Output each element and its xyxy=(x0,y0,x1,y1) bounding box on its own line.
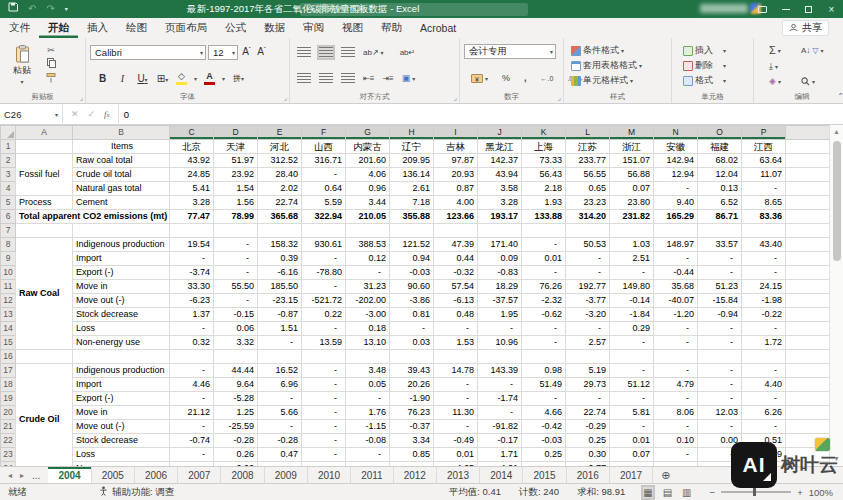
cell[interactable]: -0.94 xyxy=(698,308,742,322)
cell[interactable]: -0.17 xyxy=(478,434,522,448)
cell[interactable] xyxy=(258,350,302,364)
cell[interactable]: - xyxy=(214,266,258,280)
column-header-J[interactable]: J xyxy=(478,126,522,140)
cell[interactable]: -40.07 xyxy=(654,294,698,308)
cell[interactable]: 3.48 xyxy=(346,364,390,378)
cell[interactable] xyxy=(214,224,258,238)
cell[interactable]: 1.37 xyxy=(170,308,214,322)
spreadsheet-grid[interactable]: ABCDEFGHIJKLMNOP1Items北京天津河北山西内蒙古辽宁吉林黑龙江… xyxy=(0,125,829,466)
fill-icon[interactable]: ⤓▾ xyxy=(766,60,784,73)
cell[interactable]: 233.77 xyxy=(566,154,610,168)
column-header-M[interactable]: M xyxy=(610,126,654,140)
cell[interactable]: -1.74 xyxy=(478,392,522,406)
cell[interactable] xyxy=(170,224,214,238)
cell[interactable] xyxy=(742,350,786,364)
zoom-out-icon[interactable]: − xyxy=(710,487,716,498)
cell[interactable] xyxy=(390,224,434,238)
cell[interactable]: 56.55 xyxy=(566,168,610,182)
cell[interactable]: 0.22 xyxy=(302,308,346,322)
cell[interactable]: 19.54 xyxy=(170,238,214,252)
copy-icon[interactable] xyxy=(44,58,58,70)
cell-category[interactable]: Crude Oil xyxy=(16,364,73,467)
cell[interactable]: -0.42 xyxy=(522,420,566,434)
cell-item-label[interactable]: Cement xyxy=(73,196,170,210)
cell-partial[interactable] xyxy=(786,294,830,308)
cell[interactable]: - xyxy=(698,252,742,266)
sheet-tab-2012[interactable]: 2012 xyxy=(394,467,437,483)
cell[interactable]: - xyxy=(214,238,258,252)
cell[interactable]: - xyxy=(654,420,698,434)
row-header-23[interactable]: 23 xyxy=(1,448,16,462)
cell-partial[interactable] xyxy=(786,322,830,336)
cell[interactable]: 151.07 xyxy=(610,154,654,168)
cell[interactable]: 16.52 xyxy=(258,364,302,378)
cell-item-label[interactable]: Raw coal total xyxy=(73,154,170,168)
cell[interactable]: 3.28 xyxy=(478,196,522,210)
cell[interactable]: -3.20 xyxy=(566,308,610,322)
save-icon[interactable] xyxy=(8,0,18,18)
clear-icon[interactable]: ◈▾ xyxy=(766,75,784,87)
sheet-tab-2013[interactable]: 2013 xyxy=(437,467,480,483)
cell-partial[interactable] xyxy=(786,266,830,280)
cell[interactable]: 2.61 xyxy=(390,182,434,196)
sheet-tab-2014[interactable]: 2014 xyxy=(480,467,523,483)
cell[interactable]: - xyxy=(654,322,698,336)
cell[interactable]: 0.07 xyxy=(610,448,654,462)
cell[interactable]: 39.43 xyxy=(390,364,434,378)
cell[interactable]: 322.94 xyxy=(302,210,346,224)
cell[interactable]: 0.94 xyxy=(390,252,434,266)
cell[interactable]: -1.15 xyxy=(346,420,390,434)
cell[interactable]: 63.64 xyxy=(742,154,786,168)
cell-partial[interactable] xyxy=(786,140,830,154)
sheet-tab-2011[interactable]: 2011 xyxy=(351,467,394,483)
wrap-text-icon[interactable]: ab↵ xyxy=(397,47,419,58)
cell[interactable]: 6.52 xyxy=(698,196,742,210)
cell[interactable]: -3.77 xyxy=(566,294,610,308)
cell[interactable]: - xyxy=(610,266,654,280)
cell[interactable]: - xyxy=(522,336,566,350)
collapse-ribbon-icon[interactable]: ⌃ xyxy=(837,92,843,101)
borders-icon[interactable]: ⊞▾ xyxy=(156,73,169,84)
cell[interactable]: 68.02 xyxy=(698,154,742,168)
cell[interactable]: 1.93 xyxy=(522,196,566,210)
cell[interactable]: - xyxy=(478,406,522,420)
cell-partial[interactable] xyxy=(786,378,830,392)
cell[interactable]: 0.30 xyxy=(566,448,610,462)
cell[interactable]: -2.32 xyxy=(522,294,566,308)
cell[interactable]: -0.74 xyxy=(170,434,214,448)
sheet-tab-2016[interactable]: 2016 xyxy=(567,467,610,483)
cell[interactable]: 312.52 xyxy=(258,154,302,168)
row-header-12[interactable]: 12 xyxy=(1,294,16,308)
cell[interactable]: - xyxy=(302,448,346,462)
cell[interactable]: 35.68 xyxy=(654,280,698,294)
cell-partial[interactable] xyxy=(786,154,830,168)
cell-partial[interactable] xyxy=(786,238,830,252)
cell-partial[interactable] xyxy=(786,182,830,196)
cell[interactable]: 20.26 xyxy=(390,378,434,392)
sheet-tab-2004[interactable]: 2004 xyxy=(48,467,91,483)
cell[interactable]: 142.94 xyxy=(654,154,698,168)
cell-item-label[interactable]: Items xyxy=(73,140,170,154)
sheet-nav-right-icon[interactable]: ▸ xyxy=(20,471,24,480)
cell[interactable]: 355.88 xyxy=(390,210,434,224)
cell[interactable]: 3.58 xyxy=(478,182,522,196)
column-header-H[interactable]: H xyxy=(390,126,434,140)
cell[interactable]: 56.43 xyxy=(522,168,566,182)
cell[interactable]: - xyxy=(390,322,434,336)
cell[interactable]: -202.00 xyxy=(346,294,390,308)
column-header-N[interactable]: N xyxy=(654,126,698,140)
cell[interactable]: - xyxy=(654,336,698,350)
comma-style-icon[interactable]: , xyxy=(521,72,530,84)
cell[interactable]: 0.87 xyxy=(434,182,478,196)
cell[interactable]: - xyxy=(258,336,302,350)
sort-filter-icon[interactable]: A↓▽▾ xyxy=(798,45,827,56)
cell[interactable]: 5.41 xyxy=(170,182,214,196)
cell-total-label[interactable]: Total apparent CO2 emissions (mt) xyxy=(16,210,170,224)
cell[interactable]: 33.57 xyxy=(698,238,742,252)
cell-item-label[interactable] xyxy=(73,224,170,238)
cell[interactable]: 0.10 xyxy=(654,434,698,448)
cell-partial[interactable] xyxy=(786,406,830,420)
sheet-nav-left-icon[interactable]: ◂ xyxy=(8,471,12,480)
cell[interactable]: 4.46 xyxy=(170,378,214,392)
cell[interactable]: 2.57 xyxy=(566,336,610,350)
